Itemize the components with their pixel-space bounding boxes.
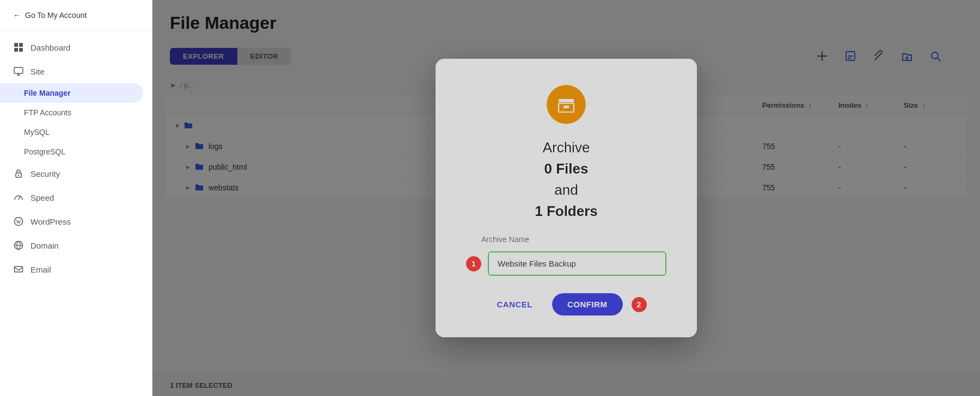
confirm-button[interactable]: CONFIRM [552, 293, 623, 315]
sidebar-item-site[interactable]: Site [0, 59, 152, 83]
step2-badge: 2 [632, 297, 647, 312]
sidebar-item-speed[interactable]: Speed [0, 185, 152, 209]
modal-icon-circle [547, 85, 586, 124]
cancel-button[interactable]: CANCEL [486, 294, 544, 314]
sidebar-item-security[interactable]: Security [0, 162, 152, 185]
svg-line-9 [19, 196, 20, 200]
sidebar-item-label: File Manager [24, 89, 71, 97]
archive-name-label: Archive Name [481, 235, 666, 244]
sidebar-item-dashboard[interactable]: Dashboard [0, 35, 152, 59]
step1-badge: 1 [466, 256, 481, 271]
sidebar-item-label: Speed [30, 193, 54, 202]
sidebar-item-label: Dashboard [30, 43, 70, 52]
svg-rect-0 [14, 43, 18, 47]
archive-name-input[interactable] [488, 251, 666, 276]
archive-modal: Archive 0 Files and 1 Folders Archive Na… [436, 59, 697, 337]
svg-rect-15 [15, 267, 23, 272]
svg-rect-21 [564, 106, 569, 108]
main-content: File Manager EXPLORER EDITOR ► / p... [152, 0, 980, 396]
sidebar-item-label: Domain [30, 241, 59, 250]
sidebar-item-label: MySQL [24, 128, 50, 137]
sidebar-item-domain[interactable]: Domain [0, 233, 152, 257]
sidebar-section-main: Dashboard Site File Manager FTP Accounts… [0, 31, 152, 286]
sidebar-item-file-manager[interactable]: File Manager [0, 83, 143, 103]
svg-rect-19 [559, 99, 574, 102]
sidebar-item-label: Email [30, 265, 51, 274]
archive-icon [556, 95, 576, 114]
svg-point-8 [18, 175, 19, 176]
svg-rect-2 [14, 48, 18, 52]
sidebar-item-label: PostgreSQL [24, 147, 65, 156]
sidebar-item-wordpress[interactable]: W WordPress [0, 209, 152, 233]
monitor-icon [13, 66, 24, 77]
sidebar-item-label: WordPress [30, 217, 71, 226]
archive-input-row: 1 [466, 251, 666, 276]
sidebar-item-label: Security [30, 169, 60, 178]
go-to-account-button[interactable]: ← Go To My Account [0, 0, 152, 31]
svg-rect-3 [19, 48, 23, 52]
lock-icon [13, 168, 24, 179]
sidebar-item-email[interactable]: Email [0, 257, 152, 281]
svg-rect-4 [14, 67, 23, 73]
modal-title: Archive 0 Files and 1 Folders [535, 137, 598, 222]
wordpress-icon: W [13, 216, 24, 227]
sidebar-item-label: Site [30, 67, 45, 76]
sidebar: ← Go To My Account Dashboard [0, 0, 152, 396]
svg-rect-1 [19, 43, 23, 47]
sidebar-item-postgresql[interactable]: PostgreSQL [0, 142, 152, 162]
sidebar-item-ftp-accounts[interactable]: FTP Accounts [0, 103, 152, 122]
mail-icon [13, 264, 24, 275]
back-arrow-icon: ← [13, 11, 21, 20]
sidebar-item-mysql[interactable]: MySQL [0, 122, 152, 142]
sidebar-item-label: FTP Accounts [24, 108, 71, 117]
globe-icon [13, 240, 24, 251]
modal-actions: CANCEL CONFIRM 2 [486, 293, 647, 315]
svg-text:W: W [16, 219, 21, 225]
modal-overlay: Archive 0 Files and 1 Folders Archive Na… [152, 0, 980, 396]
gauge-icon [13, 192, 24, 203]
grid-icon [13, 42, 24, 53]
